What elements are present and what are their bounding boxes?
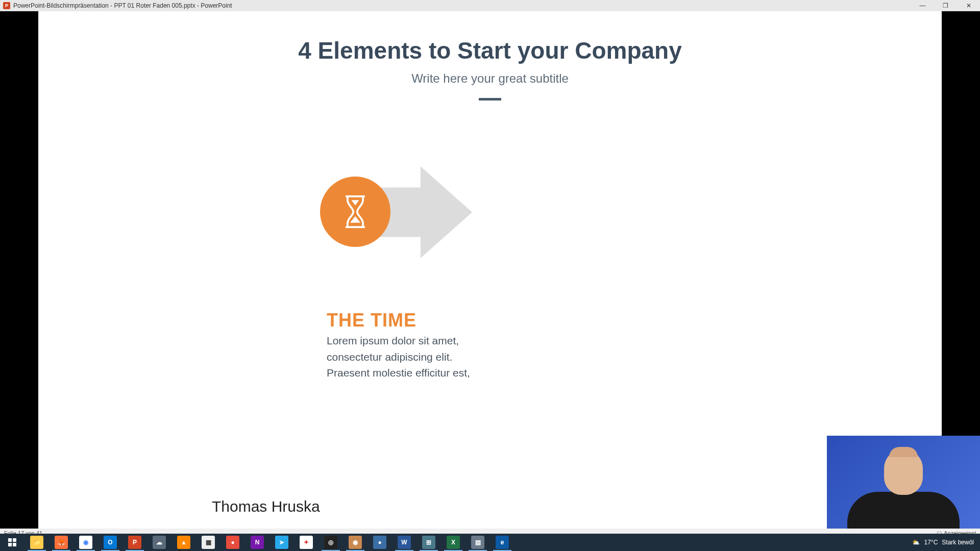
window-controls: — ❐ ✕	[911, 0, 980, 11]
powerpoint-icon: P	[3, 2, 10, 9]
app-icon-12[interactable]: ✦	[294, 534, 318, 551]
svg-rect-3	[13, 543, 16, 546]
window-title: PowerPoint-Bildschirmpräsentation - PPT …	[13, 2, 232, 9]
outlook-icon[interactable]: O	[98, 534, 122, 551]
powerpoint-taskbar-icon[interactable]: P	[122, 534, 147, 551]
slide-subtitle: Write here your great subtitle	[38, 71, 942, 86]
item-body: Lorem ipsum dolor sit amet, consectetur …	[327, 333, 490, 381]
excel-icon[interactable]: X	[441, 534, 465, 551]
app-icon-8[interactable]: ▦	[196, 534, 220, 551]
icon-circle	[320, 177, 390, 247]
obs-icon[interactable]: ◎	[318, 534, 343, 551]
title-bar: P PowerPoint-Bildschirmpräsentation - PP…	[0, 0, 980, 11]
slide-title: 4 Elements to Start your Company	[38, 37, 942, 64]
taskbar: 📁 🦊 ◉ O P ☁ ▲ ▦ ● N ➤ ✦ ◎ ◉ ● W ⊞ X ▤ e …	[0, 534, 980, 551]
taskbar-apps: 📁 🦊 ◉ O P ☁ ▲ ▦ ● N ➤ ✦ ◎ ◉ ● W ⊞ X ▤ e	[0, 534, 514, 551]
webcam-overlay	[827, 436, 980, 538]
slide: 4 Elements to Start your Company Write h…	[38, 11, 942, 534]
file-explorer-icon[interactable]: 📁	[24, 534, 49, 551]
word-icon[interactable]: W	[392, 534, 416, 551]
hourglass-icon	[342, 194, 369, 229]
app-icon-15[interactable]: ●	[368, 534, 392, 551]
app-icon-19[interactable]: ▤	[465, 534, 490, 551]
author-name: Thomas Hruska	[212, 498, 320, 515]
onenote-icon[interactable]: N	[245, 534, 270, 551]
start-button[interactable]	[0, 534, 24, 551]
app-icon-17[interactable]: ⊞	[416, 534, 441, 551]
close-button[interactable]: ✕	[957, 0, 980, 11]
weather-temp: 17°C	[924, 539, 938, 546]
app-icon-9[interactable]: ●	[220, 534, 245, 551]
svg-rect-1	[13, 538, 16, 542]
element-graphic	[320, 154, 494, 282]
firefox-icon[interactable]: 🦊	[49, 534, 74, 551]
edge-icon[interactable]: e	[490, 534, 514, 551]
app-icon-6[interactable]: ☁	[147, 534, 172, 551]
presenter-silhouette	[847, 443, 960, 538]
weather-icon: ⛅	[912, 539, 920, 546]
item-title: THE TIME	[327, 310, 416, 331]
telegram-icon[interactable]: ➤	[270, 534, 294, 551]
chrome-icon[interactable]: ◉	[74, 534, 98, 551]
minimize-button[interactable]: —	[911, 0, 934, 11]
weather-text: Stark bewöl	[942, 539, 974, 546]
windows-icon	[8, 538, 16, 546]
vlc-icon[interactable]: ▲	[172, 534, 196, 551]
title-divider	[479, 98, 501, 101]
svg-rect-2	[8, 543, 12, 546]
system-tray[interactable]: ⛅ 17°C Stark bewöl	[912, 539, 980, 546]
app-icon-14[interactable]: ◉	[343, 534, 368, 551]
maximize-button[interactable]: ❐	[934, 0, 957, 11]
svg-rect-0	[8, 538, 12, 542]
